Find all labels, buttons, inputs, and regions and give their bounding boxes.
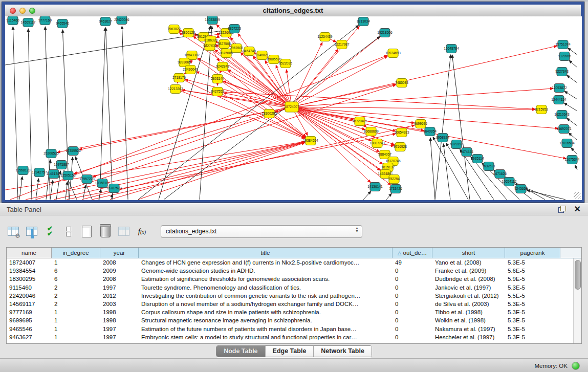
cell-title: Tourette syndrome. Phenomenology and cla… [139,285,393,291]
window-title: citations_edges.txt [5,7,581,14]
cell-year: 1997 [100,285,139,291]
cell-in_degree: 6 [52,276,100,282]
close-panel-icon[interactable]: ✕ [574,205,581,213]
select-all-button[interactable]: ✔✔ [43,225,57,238]
graph-edge[interactable] [569,60,577,68]
graph-node-label: 15751074 [555,42,571,46]
column-header-title[interactable]: title [139,248,393,258]
network-window-titlebar[interactable]: citations_edges.txt [5,5,581,17]
graph-node-label: 16543382 [184,53,200,57]
table-row[interactable]: 2242004622012Investigating the contribut… [7,292,581,300]
graph-node-label: 9245658 [514,187,528,190]
cell-title: Corpus callosum shape and size in male p… [139,309,393,315]
graph-edge[interactable] [443,144,450,200]
status-bar: Memory: OK [0,358,588,372]
graph-node-label: 9640954 [423,129,437,133]
table-row[interactable]: 1456911722003Disruption of a novel membe… [7,300,581,308]
table-row[interactable]: 1938455462009Genome-wide association stu… [7,267,581,275]
table-row[interactable]: 969969511998Structural magnetic resonanc… [7,316,581,324]
graph-node-label: 9777169 [38,18,52,22]
graph-edge[interactable] [74,107,292,173]
graph-node-label: 1615132 [381,165,395,169]
column-header-short[interactable]: short [432,248,505,258]
graph-edge[interactable] [567,118,577,126]
network-canvas[interactable]: 1872400719384554183002957963822886012889… [5,16,582,200]
table-row[interactable]: 1872400712008Changes of HCN gene express… [7,258,581,267]
graph-edge[interactable] [217,92,535,109]
delete-columns-button[interactable] [98,225,112,238]
scrollbar-thumb[interactable] [575,260,581,290]
cell-short: Nakamura et al. (1997) [432,326,505,332]
graph-edge[interactable] [50,180,53,200]
graph-node-label: 15692071 [556,127,572,130]
column-header-name[interactable]: name [7,248,52,258]
column-header-out_degree[interactable]: △out_de… [393,248,432,258]
unselect-rows-button[interactable] [61,225,75,238]
table-row[interactable]: 1830029562008Estimation of significance … [7,275,581,283]
graph-edge[interactable] [564,91,577,99]
graph-edge[interactable] [452,55,470,200]
table-row[interactable]: 946554611997Estimation of the future num… [7,325,581,333]
graph-edge[interactable] [110,142,304,200]
memory-status-indicator[interactable] [572,362,580,370]
graph-edge[interactable] [575,165,577,170]
graph-edge[interactable] [386,193,391,200]
graph-edge[interactable] [19,177,23,200]
cell-title: Investigating the contribution of common… [139,293,393,299]
graph-edge[interactable] [292,56,387,107]
table-row[interactable]: 911546021997Tourette syndrome. Phenomeno… [7,283,581,292]
cell-out_degree: 0 [393,334,432,340]
graph-edge[interactable] [430,138,435,200]
table-mode-button[interactable]: ⚙ [6,225,20,238]
graph-node-label: 9756928 [394,145,407,148]
delete-table-button[interactable] [117,225,130,238]
graph-edge[interactable] [269,114,306,137]
graph-edge[interactable] [54,142,304,200]
table-selector-dropdown[interactable]: citations_edges.txt ▲▼ [161,225,362,238]
graph-edge[interactable] [564,103,577,111]
new-table-button[interactable] [80,225,94,238]
graph-edge[interactable] [567,75,577,83]
graph-edge[interactable] [571,148,577,155]
tab-edge-table[interactable]: Edge Table [266,346,314,357]
cell-out_degree: 0 [393,276,432,282]
graph-edge[interactable] [435,55,451,200]
graph-node-label: 16120746 [385,159,401,163]
table-row[interactable]: 946362711997Embryonic stem cells: a mode… [7,333,581,341]
cell-short: Jankovic et al. (1997) [432,285,505,291]
graph-node-label: 6879197 [450,142,463,146]
show-column-button[interactable] [25,225,38,238]
table-row[interactable]: 977716911998Corpus callosum shape and si… [7,308,581,316]
graph-node-label: 8860128 [182,31,195,34]
graph-node-label: 12942757 [32,170,47,174]
cell-in_degree: 1 [52,317,100,323]
graph-edge[interactable] [159,26,211,200]
graph-node-label: 16648784 [444,47,459,50]
header-filler [560,248,581,258]
graph-edge[interactable] [13,27,18,200]
tab-node-table[interactable]: Node Table [216,346,265,357]
vertical-scrollbar[interactable] [573,258,581,343]
graph-edge[interactable] [122,26,128,200]
cell-out_degree: 0 [393,309,432,315]
column-header-in_degree[interactable]: in_degree [52,248,100,258]
graph-node-label: 6471626 [493,172,507,176]
graph-edge[interactable] [28,29,32,200]
tab-network-table[interactable]: Network Table [314,346,372,357]
cell-year: 2008 [100,276,139,282]
resize-grip[interactable] [574,192,581,199]
graph-node-label: 15885520 [266,57,281,61]
float-panel-icon[interactable] [558,206,566,213]
function-builder-button[interactable]: f(x) [135,225,149,238]
cell-name: 18724007 [7,259,52,266]
cell-out_degree: 0 [393,301,432,307]
graph-node-label: 7963822 [167,27,181,31]
graph-edge[interactable] [363,191,371,200]
column-header-year[interactable]: year [100,248,139,258]
column-header-pagerank[interactable]: pagerank [505,248,560,258]
graph-node-label: 18724007 [284,105,299,108]
graph-node-label: 9115460 [6,18,19,22]
graph-node-label: 12444154 [551,98,567,101]
graph-node-label: 11568123 [16,168,31,172]
graph-edge[interactable] [527,190,565,200]
